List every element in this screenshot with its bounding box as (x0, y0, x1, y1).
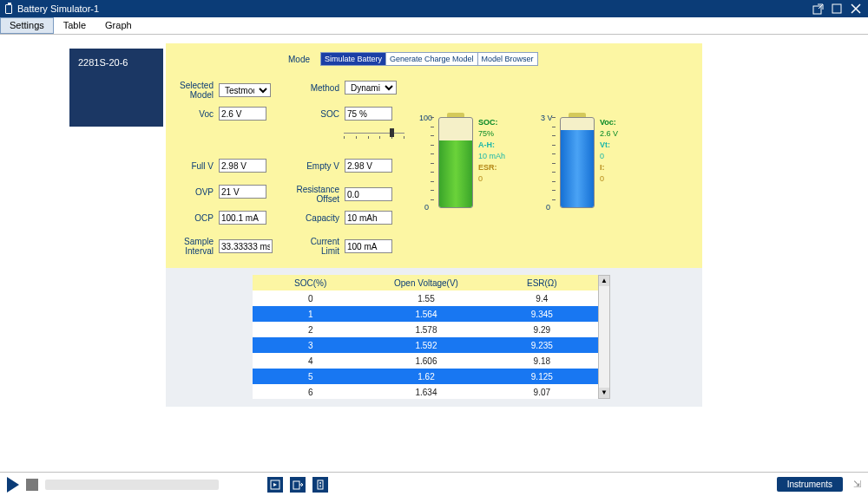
table-cell: 9.29 (484, 325, 600, 335)
run-once-button[interactable] (267, 477, 283, 493)
sample-label: Sample Interval (170, 237, 214, 256)
table-cell: 9.07 (484, 388, 600, 397)
title-bar: Battery Simulator-1 (0, 0, 868, 17)
ovp-input[interactable] (219, 185, 266, 199)
popout-icon[interactable] (811, 2, 825, 16)
vt-readout-label: Vt: (600, 140, 618, 151)
table-cell: 9.235 (484, 341, 600, 350)
mode-generate-button[interactable]: Generate Charge Model (385, 53, 477, 65)
table-cell: 1.592 (368, 341, 483, 350)
fullv-label: Full V (170, 161, 214, 171)
table-cell: 9.345 (484, 310, 600, 319)
progress-bar (45, 480, 219, 490)
i-readout-value: 0 (600, 173, 618, 185)
window-title: Battery Simulator-1 (17, 3, 99, 14)
mode-simulate-button[interactable]: Simulate Battery (321, 53, 385, 65)
table-cell: 1.634 (368, 388, 483, 397)
emptyv-input[interactable] (345, 159, 392, 173)
ocp-label: OCP (170, 213, 214, 223)
svg-rect-1 (832, 4, 841, 13)
battery-icon (5, 4, 12, 14)
table-cell: 1 (253, 310, 368, 319)
scroll-up-icon[interactable]: ▲ (599, 276, 609, 286)
svg-point-5 (319, 482, 321, 484)
table-row[interactable]: 61.6349.07 (253, 384, 600, 399)
table-row[interactable]: 51.629.125 (253, 369, 600, 384)
table-cell: 9.18 (484, 356, 600, 366)
battery-soc-visual: 100 0 SOC: 75% A-H: 10 mAh ESR: 0 (418, 117, 556, 221)
resoff-label: Resistance Offset (296, 185, 339, 204)
currlim-label: Current Limit (296, 237, 339, 256)
table-scrollbar[interactable]: ▲ ▼ (598, 275, 610, 399)
table-cell: 1.55 (368, 294, 483, 303)
stop-button[interactable] (26, 479, 38, 491)
voc-input[interactable] (219, 107, 266, 121)
soc-readout-label: SOC: (478, 117, 505, 128)
currlim-input[interactable] (345, 239, 392, 253)
vt-readout-value: 0 (600, 151, 618, 162)
workspace: 2281S-20-6 Mode Simulate Battery Generat… (0, 35, 868, 472)
capacity-input[interactable] (345, 211, 392, 225)
svg-rect-6 (320, 485, 321, 487)
col-soc: SOC(%) (253, 278, 368, 288)
info-button[interactable] (312, 477, 328, 493)
ocp-input[interactable] (219, 211, 266, 225)
axis-top: 3 V (541, 114, 553, 122)
battery-voc-visual: 3 V 0 Voc: 2.6 V Vt: 0 I: 0 (539, 117, 678, 221)
tab-table[interactable]: Table (54, 17, 95, 34)
export-button[interactable] (290, 477, 306, 493)
settings-panel: 2281S-20-6 Mode Simulate Battery Generat… (166, 43, 702, 268)
fullv-input[interactable] (219, 159, 266, 173)
table-row[interactable]: 31.5929.235 (253, 337, 600, 353)
table-row[interactable]: 41.6069.18 (253, 353, 600, 369)
esr-readout-value: 0 (478, 173, 505, 185)
voc-readout-label: Voc: (600, 117, 618, 128)
ovp-label: OVP (170, 187, 214, 197)
soc-input[interactable] (345, 107, 392, 121)
axis-bot: 0 (546, 203, 550, 212)
soc-slider[interactable] (344, 133, 404, 139)
table-cell: 9.125 (484, 372, 600, 382)
col-ov: Open Voltage(V) (368, 278, 483, 288)
table-cell: 0 (253, 294, 368, 303)
tab-settings[interactable]: Settings (0, 17, 54, 34)
tab-graph[interactable]: Graph (95, 17, 141, 34)
axis-bot: 0 (424, 203, 429, 212)
table-panel: SOC(%) Open Voltage(V) ESR(Ω) 01.559.411… (166, 268, 702, 407)
method-select[interactable]: Dynamic (345, 81, 397, 95)
table-cell: 4 (253, 356, 368, 366)
table-cell: 3 (253, 341, 368, 350)
close-icon[interactable] (849, 2, 863, 16)
table-cell: 1.62 (368, 372, 483, 382)
mode-label: Mode (284, 55, 310, 64)
selected-model-select[interactable]: Testmodel (219, 83, 271, 97)
method-label: Method (296, 83, 339, 93)
menu-bar: Settings Table Graph (0, 17, 868, 35)
i-readout-label: I: (600, 162, 618, 173)
svg-rect-3 (293, 481, 299, 489)
table-cell: 9.4 (484, 294, 600, 303)
table-cell: 1.578 (368, 325, 483, 335)
selected-model-label: Selected Model (170, 81, 214, 100)
voc-readout-value: 2.6 V (600, 128, 618, 140)
emptyv-label: Empty V (296, 161, 339, 171)
table-cell: 5 (253, 372, 368, 382)
pin-icon[interactable]: ⇲ (853, 479, 861, 490)
soc-table: SOC(%) Open Voltage(V) ESR(Ω) 01.559.411… (253, 275, 600, 399)
ah-readout-label: A-H: (478, 140, 505, 151)
sample-input[interactable] (219, 239, 273, 253)
table-row[interactable]: 11.5649.345 (253, 306, 600, 322)
maximize-icon[interactable] (830, 2, 844, 16)
status-bar: Instruments ⇲ (0, 472, 868, 496)
instruments-button[interactable]: Instruments (777, 477, 843, 492)
table-cell: 2 (253, 325, 368, 335)
table-row[interactable]: 01.559.4 (253, 290, 600, 306)
table-row[interactable]: 21.5789.29 (253, 322, 600, 337)
mode-browser-button[interactable]: Model Browser (477, 53, 537, 65)
soc-readout-value: 75% (478, 128, 505, 140)
ah-readout-value: 10 mAh (478, 151, 505, 162)
play-button[interactable] (7, 477, 19, 493)
device-box: 2281S-20-6 (69, 49, 163, 127)
scroll-down-icon[interactable]: ▼ (599, 388, 609, 398)
resoff-input[interactable] (345, 187, 392, 201)
